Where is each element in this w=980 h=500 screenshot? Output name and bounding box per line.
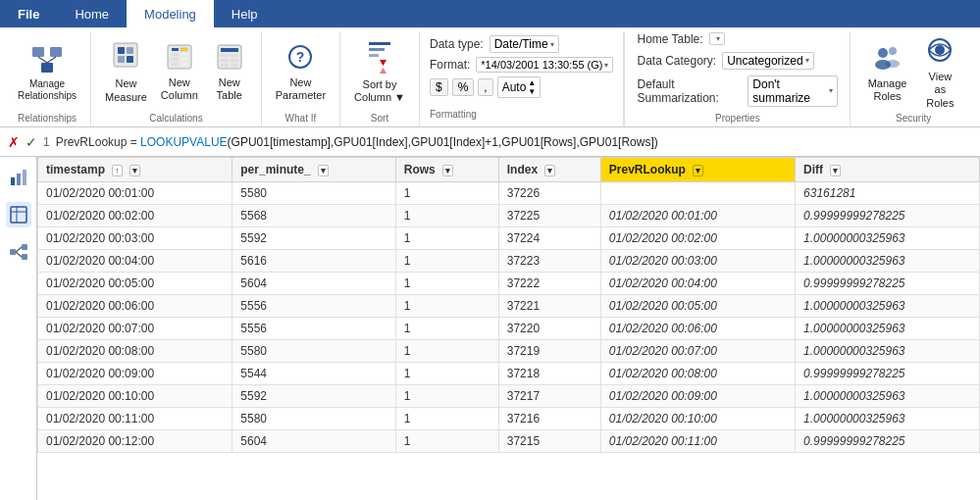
new-parameter-button[interactable]: ? NewParameter	[270, 38, 332, 107]
cell-per_minute: 5580	[232, 182, 395, 205]
cell-index: 37219	[498, 340, 600, 363]
new-table-label: NewTable	[217, 76, 242, 102]
currency-button[interactable]: $	[430, 78, 448, 96]
view-as-roles-icon	[924, 34, 955, 69]
cell-per_minute: 5556	[232, 318, 395, 340]
home-table-dropdown[interactable]: ▾	[709, 32, 725, 45]
cell-timestamp: 01/02/2020 00:03:00	[38, 227, 232, 250]
diff-filter-icon[interactable]: ▾	[830, 165, 841, 176]
cell-index: 37216	[498, 408, 600, 430]
svg-line-3	[38, 57, 47, 63]
cell-timestamp: 01/02/2020 00:06:00	[38, 295, 232, 318]
col-header-timestamp: timestamp ↑ ▾	[38, 158, 232, 182]
new-column-icon	[165, 42, 194, 75]
new-column-button[interactable]: NewColumn	[155, 38, 204, 107]
per-minute-filter-icon[interactable]: ▾	[318, 165, 329, 176]
data-type-dropdown[interactable]: Date/Time ▾	[490, 35, 559, 53]
cell-timestamp: 01/02/2020 00:04:00	[38, 250, 232, 273]
formula-bar: ✗ ✓ 1 PrevRLookup = LOOKUPVALUE(GPU01[ti…	[0, 127, 980, 157]
cell-index: 37226	[498, 182, 600, 205]
data-category-arrow-icon: ▾	[805, 56, 809, 65]
new-measure-button[interactable]: NewMeasure	[99, 38, 153, 107]
svg-marker-32	[380, 60, 387, 66]
prevrlookup-filter-icon[interactable]: ▾	[693, 165, 703, 176]
cell-per_minute: 5544	[232, 363, 395, 385]
default-summarization-dropdown[interactable]: Don't summarize ▾	[748, 75, 838, 107]
new-table-button[interactable]: NewTable	[206, 38, 253, 107]
svg-rect-2	[41, 63, 53, 73]
data-area: timestamp ↑ ▾ per_minute_ ▾ Rows ▾ Index	[37, 157, 980, 500]
manage-roles-label: ManageRoles	[868, 77, 907, 103]
cell-prevrlookup: 01/02/2020 00:05:00	[600, 295, 795, 318]
formula-confirm-button[interactable]: ✓	[26, 134, 37, 150]
col-header-index: Index ▾	[498, 158, 600, 182]
svg-rect-18	[181, 63, 187, 66]
cell-index: 37225	[498, 205, 600, 227]
cell-per_minute: 5592	[232, 385, 395, 408]
comma-button[interactable]: ,	[478, 78, 492, 96]
table-row: 01/02/2020 00:10:00559213721701/02/2020 …	[38, 385, 980, 408]
cell-per_minute: 5580	[232, 408, 395, 430]
cell-prevrlookup: 01/02/2020 00:01:00	[600, 205, 795, 227]
svg-rect-29	[369, 42, 390, 45]
svg-point-39	[935, 45, 945, 55]
table-row: 01/02/2020 00:06:00555613722101/02/2020 …	[38, 295, 980, 318]
svg-point-34	[878, 48, 888, 58]
sort-by-column-button[interactable]: Sort byColumn ▼	[348, 38, 411, 107]
report-view-icon[interactable]	[6, 165, 31, 190]
cell-rows: 1	[395, 385, 498, 408]
rows-filter-icon[interactable]: ▾	[442, 165, 453, 176]
tab-file[interactable]: File	[0, 0, 57, 27]
svg-rect-40	[11, 177, 15, 185]
ribbon-group-what-if: ? NewParameter What If	[262, 31, 340, 126]
format-arrow-icon: ▾	[604, 61, 608, 70]
timestamp-filter-icon[interactable]: ▾	[129, 165, 140, 176]
svg-rect-13	[172, 53, 179, 56]
svg-rect-12	[181, 48, 187, 51]
data-type-label: Data type:	[430, 37, 484, 51]
model-view-icon[interactable]	[6, 239, 31, 265]
table-row: 01/02/2020 00:05:00560413722201/02/2020 …	[38, 273, 980, 295]
index-filter-icon[interactable]: ▾	[544, 165, 555, 176]
auto-spinner-arrows[interactable]: ▲ ▼	[528, 78, 536, 96]
table-row: 01/02/2020 00:01:00558013722663161281	[38, 182, 980, 205]
home-table-label: Home Table:	[637, 32, 702, 46]
manage-relationships-button[interactable]: ManageRelationships	[12, 38, 82, 107]
manage-roles-button[interactable]: ManageRoles	[862, 38, 912, 107]
data-view-icon[interactable]	[6, 202, 31, 227]
cell-rows: 1	[395, 430, 498, 453]
data-category-dropdown[interactable]: Uncategorized ▾	[722, 52, 813, 70]
sort-group-label: Sort	[371, 113, 388, 126]
cell-prevrlookup: 01/02/2020 00:10:00	[600, 408, 795, 430]
cell-diff: 1.00000000325963	[796, 227, 980, 250]
ribbon-group-relationships: ManageRelationships Relationships	[4, 31, 91, 126]
manage-roles-icon	[872, 41, 903, 75]
svg-rect-47	[22, 244, 27, 250]
percent-button[interactable]: %	[452, 78, 475, 96]
cell-per_minute: 5616	[232, 250, 395, 273]
new-parameter-icon: ?	[285, 42, 315, 75]
timestamp-sort-icon[interactable]: ↑	[112, 165, 123, 176]
col-header-per-minute: per_minute_ ▾	[232, 158, 395, 182]
data-category-row: Data Category: Uncategorized ▾	[637, 52, 838, 70]
data-table: timestamp ↑ ▾ per_minute_ ▾ Rows ▾ Index	[37, 157, 980, 453]
tab-help[interactable]: Help	[214, 0, 276, 27]
svg-rect-11	[172, 48, 179, 51]
svg-rect-7	[127, 47, 133, 54]
manage-relationships-label: ManageRelationships	[18, 78, 77, 102]
svg-rect-30	[369, 48, 385, 51]
tab-modeling[interactable]: Modeling	[127, 0, 214, 27]
tab-home[interactable]: Home	[57, 0, 127, 27]
formula-cancel-button[interactable]: ✗	[8, 134, 20, 150]
home-table-row: Home Table: ▾	[637, 32, 838, 46]
svg-rect-1	[50, 47, 62, 57]
view-as-roles-button[interactable]: View asRoles	[916, 38, 964, 107]
svg-rect-5	[114, 43, 137, 67]
data-category-label: Data Category:	[637, 54, 716, 68]
svg-rect-46	[10, 249, 16, 255]
auto-value: Auto	[502, 80, 527, 94]
format-dropdown[interactable]: *14/03/2001 13:30:55 (G) ▾	[476, 57, 613, 73]
cell-rows: 1	[395, 318, 498, 340]
cell-index: 37221	[498, 295, 600, 318]
cell-diff: 0.99999999278225	[796, 205, 980, 227]
